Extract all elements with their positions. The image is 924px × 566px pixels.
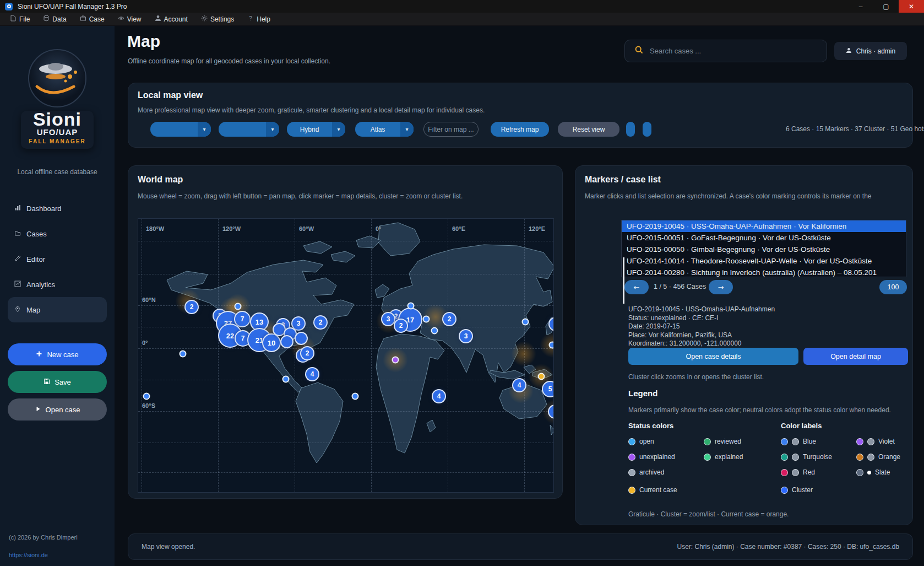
menu-view[interactable]: View bbox=[112, 13, 147, 26]
legend-color-dot bbox=[792, 438, 799, 445]
case-list-row[interactable]: UFO-2014-00280 · Sichtung in Inverloch (… bbox=[622, 267, 906, 277]
world-map-canvas[interactable]: 180°W120°W60°W0°60°E120°E60°N0°60°S 2227… bbox=[138, 218, 554, 493]
graticule-parallel bbox=[138, 305, 553, 306]
map-cluster[interactable]: 5 bbox=[542, 381, 554, 397]
map-cluster[interactable]: 2 bbox=[442, 312, 456, 326]
chevron-down-icon: ▾ bbox=[332, 122, 345, 137]
meridian-label: 60°E bbox=[452, 225, 465, 232]
sidebar-item-dashboard[interactable]: Dashboard bbox=[8, 196, 107, 221]
map-cluster[interactable]: 3 bbox=[459, 329, 473, 343]
map-select-4[interactable]: Atlas▾ bbox=[355, 122, 414, 137]
pagination-label: 1 / 5 · 456 Cases bbox=[654, 283, 706, 290]
editor-icon bbox=[14, 255, 21, 263]
meridian-label: 0° bbox=[376, 225, 382, 232]
map-cluster[interactable]: 2 bbox=[300, 346, 314, 360]
account-chip[interactable]: Chris · admin bbox=[834, 42, 907, 60]
map-cluster[interactable]: 4 bbox=[432, 389, 446, 403]
legend-heading: Legend bbox=[628, 389, 657, 398]
legend-color-dot bbox=[867, 454, 874, 461]
list-scrollbar[interactable] bbox=[623, 257, 624, 304]
next-page-button[interactable]: → bbox=[709, 280, 733, 294]
maximize-button[interactable]: ▢ bbox=[873, 0, 899, 13]
person-icon bbox=[846, 47, 852, 55]
menu-account[interactable]: Account bbox=[149, 13, 193, 26]
case-detail-line: Koordinaten:: 31.200000, -121.000000 bbox=[628, 339, 775, 348]
open-case-button[interactable]: Open case bbox=[8, 398, 107, 421]
chevron-down-icon: ▾ bbox=[400, 122, 414, 137]
menu-file[interactable]: File bbox=[4, 13, 35, 26]
case-list-row[interactable]: UFO-2015-00050 · Gimbal-Begegnung · Vor … bbox=[622, 244, 906, 255]
map-select-3[interactable]: Hybrid▾ bbox=[287, 122, 345, 137]
cases-icon bbox=[14, 230, 21, 238]
menu-case[interactable]: Case bbox=[74, 13, 110, 26]
menu-settings[interactable]: Settings bbox=[195, 13, 240, 26]
map-cluster[interactable]: 2 bbox=[313, 315, 328, 330]
page-size-button[interactable]: 100 bbox=[879, 280, 907, 294]
color-labels-title: Color labels bbox=[781, 422, 822, 430]
case-list-row[interactable]: UFO-2015-00051 · GoFast-Begegnung · Vor … bbox=[622, 232, 906, 244]
case-list-row[interactable]: UFO-2019-10045 · USS-Omaha-UAP-Aufnahmen… bbox=[622, 220, 906, 232]
sidebar-item-map[interactable]: Map bbox=[8, 297, 107, 322]
save-button[interactable]: Save bbox=[8, 371, 107, 393]
legend-color-dot bbox=[704, 454, 711, 461]
sidebar-item-editor[interactable]: Editor bbox=[8, 246, 107, 272]
geo-hotspot-glow bbox=[511, 341, 536, 366]
toolbar-mini-button-2[interactable] bbox=[643, 122, 651, 137]
ufo-logo-icon bbox=[27, 48, 88, 109]
map-cluster[interactable]: 4 bbox=[512, 378, 526, 392]
map-marker-dot[interactable] bbox=[352, 393, 359, 400]
toolbar-mini-button-1[interactable] bbox=[626, 122, 635, 137]
map-marker-dot[interactable] bbox=[392, 357, 399, 364]
graticule-parallel bbox=[138, 411, 553, 412]
map-marker-dot[interactable] bbox=[282, 376, 290, 383]
parallel-label: 0° bbox=[142, 339, 148, 346]
map-marker[interactable] bbox=[280, 335, 293, 348]
map-filter-input[interactable]: Filter on map ... bbox=[423, 122, 479, 137]
legend-entry: Cluster bbox=[781, 486, 813, 494]
minimize-button[interactable]: – bbox=[848, 0, 873, 13]
prev-page-button[interactable]: ← bbox=[624, 280, 649, 294]
refresh-map-button[interactable]: Refresh map bbox=[491, 122, 549, 137]
map-marker-dot[interactable] bbox=[180, 351, 187, 358]
map-select-1[interactable]: ▾ bbox=[150, 122, 211, 137]
map-marker-dot[interactable] bbox=[431, 327, 438, 335]
map-marker-dot[interactable] bbox=[423, 316, 430, 323]
map-cluster[interactable]: 4 bbox=[305, 367, 319, 381]
map-cluster[interactable]: 3 bbox=[381, 312, 395, 326]
status-message: Map view opened. bbox=[142, 543, 195, 551]
legend-entry: Orange bbox=[856, 453, 900, 461]
meridian-label: 60°W bbox=[299, 225, 314, 232]
sidebar: Sioni UFO/UAP FALL MANAGER Local offline… bbox=[0, 26, 115, 566]
graticule-parallel bbox=[138, 472, 553, 473]
map-marker-dot[interactable] bbox=[143, 393, 150, 400]
map-marker[interactable] bbox=[295, 332, 308, 345]
case-detail-line: Status: unexplained · CE: CE-I bbox=[628, 314, 775, 323]
map-marker-dot[interactable] bbox=[538, 373, 545, 380]
website-link[interactable]: https://sioni.de bbox=[9, 552, 48, 558]
new-case-button[interactable]: New case bbox=[8, 343, 107, 365]
case-list-row[interactable]: UFO-2014-10014 · Theodore-Roosevelt-UAP-… bbox=[622, 255, 906, 267]
case-list[interactable]: UFO-2019-10045 · USS-Omaha-UAP-Aufnahmen… bbox=[621, 220, 906, 277]
menu-help[interactable]: ?Help bbox=[242, 13, 276, 26]
sidebar-item-cases[interactable]: Cases bbox=[8, 221, 107, 246]
map-marker-dot[interactable] bbox=[522, 319, 529, 326]
svg-text:?: ? bbox=[249, 15, 252, 21]
open-case-details-button[interactable]: Open case details bbox=[628, 348, 798, 365]
search-input[interactable]: Search cases ... bbox=[624, 40, 827, 62]
menu-data[interactable]: Data bbox=[37, 13, 72, 26]
map-marker-dot[interactable] bbox=[549, 342, 555, 349]
sidebar-item-analytics[interactable]: Analytics bbox=[8, 272, 107, 297]
account-icon bbox=[155, 15, 161, 23]
map-marker-dot[interactable] bbox=[235, 303, 242, 310]
map-marker-dot[interactable] bbox=[407, 303, 415, 310]
map-cluster[interactable]: 2 bbox=[184, 300, 199, 314]
map-select-2[interactable]: ▾ bbox=[219, 122, 279, 137]
close-button[interactable]: ✕ bbox=[899, 0, 924, 13]
case-panel-hint: Marker clicks and list selection are syn… bbox=[585, 192, 913, 200]
legend-entry: explained bbox=[704, 453, 743, 461]
map-cluster[interactable]: 10 bbox=[262, 333, 281, 352]
open-detail-map-button[interactable]: Open detail map bbox=[803, 348, 908, 365]
reset-view-button[interactable]: Reset view bbox=[558, 122, 619, 137]
toolbar-heading: Local map view bbox=[138, 90, 203, 100]
map-cluster[interactable]: 2 bbox=[394, 319, 408, 333]
